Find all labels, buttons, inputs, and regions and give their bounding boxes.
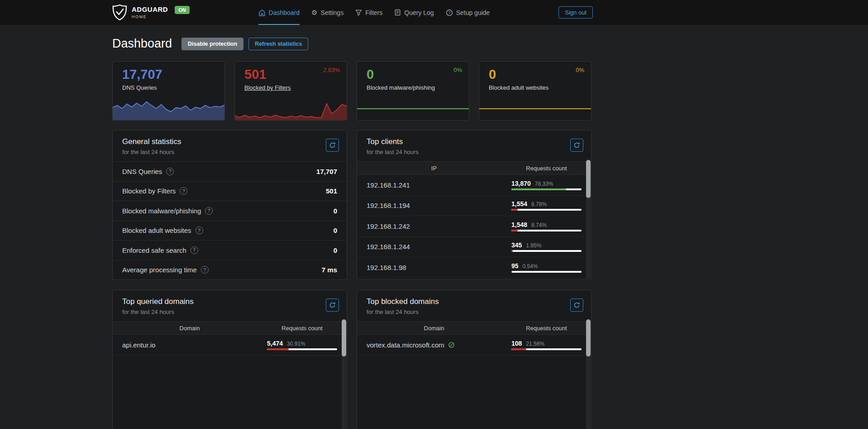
dns-queries-sparkline (112, 95, 225, 121)
domain-blocked-icon (448, 342, 455, 348)
scrollbar-thumb[interactable] (586, 319, 591, 357)
requests-count: 13,870 (511, 180, 531, 187)
card-header: Top queried domains for the last 24 hour… (113, 290, 347, 321)
nav-setup-guide[interactable]: ? Setup guide (446, 0, 490, 25)
shield-logo-icon (112, 4, 127, 21)
stat-row-value: 7 ms (322, 266, 337, 274)
stat-label: DNS Queries (122, 84, 157, 91)
requests-count-cell: 1,5488.74% (511, 221, 582, 231)
requests-count: 95 (511, 262, 519, 270)
card-title: General statistics (122, 137, 337, 146)
client-ip[interactable]: 192.168.1.242 (367, 222, 501, 230)
nav-label: Query Log (404, 9, 434, 16)
requests-count-cell: 5,47430.91% (267, 340, 337, 350)
stat-row-label: Blocked malware/phishing? (122, 207, 213, 215)
stat-row-label: Average processing time? (122, 266, 209, 274)
nav-label: Setup guide (456, 9, 490, 16)
requests-progress-bar (511, 230, 582, 231)
table-row: 192.168.1.24113,87078.33% (357, 175, 591, 196)
column-requests-count: Requests count (511, 325, 582, 332)
top-clients-card: Top clients for the last 24 hours IP Req… (357, 130, 591, 280)
table-header: Domain Requests count (357, 321, 591, 335)
client-ip[interactable]: 192.168.1.241 (367, 181, 501, 189)
blocked-domain[interactable]: vortex.data.microsoft.com (367, 341, 501, 349)
question-circle-icon: ? (446, 9, 453, 16)
adguard-logo: ADGUARD HOME ON (112, 4, 190, 21)
refresh-icon (573, 142, 580, 149)
client-ip[interactable]: 192.168.1.244 (367, 243, 501, 251)
scrollbar-thumb[interactable] (586, 160, 591, 198)
help-icon[interactable]: ? (196, 227, 203, 234)
nav-settings[interactable]: ⚙ Settings (311, 0, 343, 25)
sign-out-button[interactable]: Sign out (558, 6, 593, 19)
help-icon[interactable]: ? (201, 266, 209, 274)
stat-cards-row: 17,707 DNS Queries 2.83% 501 Blocked by … (112, 61, 591, 121)
general-stats-row: Average processing time?7 ms (113, 260, 347, 280)
refresh-icon (329, 302, 336, 308)
stat-value: 17,707 (122, 67, 215, 82)
top-blocked-table: vortex.data.microsoft.com10821.56% (357, 335, 591, 356)
requests-count-cell: 13,87078.33% (511, 180, 582, 190)
nav-label: Filters (365, 9, 382, 16)
help-icon[interactable]: ? (191, 246, 198, 254)
stat-percent: 2.83% (323, 67, 340, 73)
nav-label: Dashboard (269, 9, 300, 16)
brand-subtitle: HOME (132, 14, 168, 19)
disable-protection-button[interactable]: Disable protection (181, 38, 243, 50)
blocked-by-filters-link[interactable]: Blocked by Filters (244, 84, 291, 91)
stat-row-label: Enforced safe search? (122, 246, 198, 254)
dashboard-page: Dashboard Disable protection Refresh sta… (112, 25, 591, 429)
requests-percent: 78.33% (535, 181, 553, 187)
help-icon[interactable]: ? (180, 187, 187, 195)
top-blocked-domains-card: Top blocked domains for the last 24 hour… (357, 290, 591, 429)
stat-row-value: 17,707 (316, 168, 337, 175)
help-icon[interactable]: ? (166, 168, 174, 175)
help-icon[interactable]: ? (205, 207, 213, 215)
top-clients-table: 192.168.1.24113,87078.33%192.168.1.1941,… (357, 175, 591, 278)
nav-dashboard[interactable]: Dashboard (258, 0, 300, 25)
column-requests-count: Requests count (511, 165, 582, 172)
requests-percent: 30.91% (287, 341, 305, 347)
refresh-button[interactable] (326, 139, 339, 152)
client-ip[interactable]: 192.168.1.98 (367, 264, 501, 271)
stat-card-dns-queries: 17,707 DNS Queries (112, 61, 225, 121)
nav-filters[interactable]: Filters (355, 0, 382, 25)
requests-percent: 8.74% (531, 222, 547, 228)
refresh-statistics-button[interactable]: Refresh statistics (248, 38, 308, 50)
requests-count: 345 (511, 241, 522, 249)
refresh-button[interactable] (326, 299, 339, 312)
svg-text:?: ? (448, 10, 450, 15)
card-header: Top clients for the last 24 hours (357, 130, 591, 161)
general-stats-row: Blocked malware/phishing?0 (113, 201, 347, 221)
requests-progress-bar (511, 271, 582, 273)
main-nav: Dashboard ⚙ Settings Filters Query Log ?… (253, 0, 496, 25)
requests-percent: 8.78% (531, 201, 547, 207)
table-header: Domain Requests count (113, 321, 347, 335)
stat-value: 0 (489, 67, 582, 82)
stat-card-blocked-by-filters: 2.83% 501 Blocked by Filters (234, 61, 347, 121)
scrollbar-thumb[interactable] (342, 319, 346, 357)
requests-count-cell: 10821.56% (511, 340, 582, 350)
table-row: api.entur.io5,47430.91% (113, 335, 347, 356)
protection-status-badge: ON (175, 6, 190, 14)
queried-domain[interactable]: api.entur.io (122, 341, 257, 349)
general-stats-row: DNS Queries?17,707 (113, 161, 347, 181)
malware-flatline-chart (357, 108, 469, 109)
stat-row-value: 0 (334, 227, 337, 234)
general-statistics-card: General statistics for the last 24 hours… (112, 130, 347, 280)
cards-row-bottom: Top queried domains for the last 24 hour… (112, 290, 591, 429)
nav-query-log[interactable]: Query Log (394, 0, 434, 25)
stat-label: Blocked malware/phishing (367, 84, 435, 91)
refresh-button[interactable] (570, 299, 583, 312)
app-header: ADGUARD HOME ON Dashboard ⚙ Settings Fil… (0, 0, 868, 25)
stat-label: Blocked adult websites (489, 84, 548, 91)
stat-value: 0 (367, 67, 459, 82)
dashboard-icon (258, 9, 266, 16)
requests-count-cell: 1,5548.78% (511, 200, 582, 211)
refresh-button[interactable] (570, 139, 583, 152)
card-subtitle: for the last 24 hours (367, 308, 582, 315)
general-stats-row: Enforced safe search?0 (113, 240, 347, 260)
column-domain: Domain (367, 325, 501, 332)
requests-percent: 0.54% (523, 263, 538, 270)
client-ip[interactable]: 192.168.1.194 (367, 202, 501, 209)
